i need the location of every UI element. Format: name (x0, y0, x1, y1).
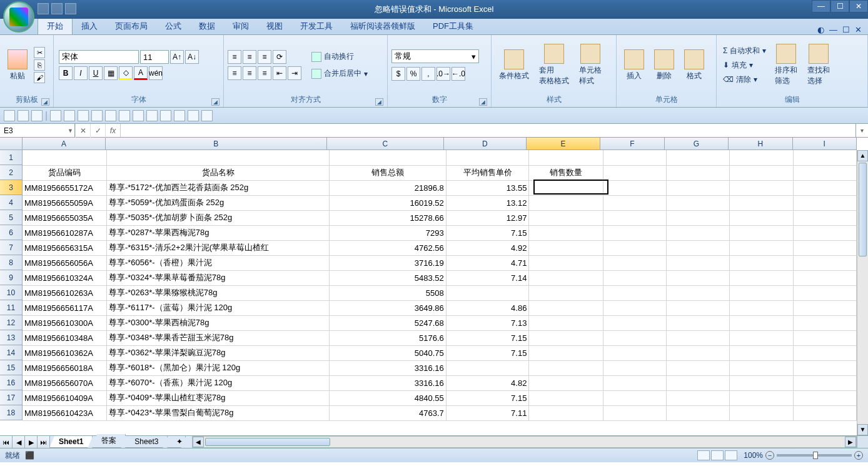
ribbon-close-icon[interactable]: ✕ (855, 25, 862, 34)
scroll-down-icon[interactable]: ▼ (857, 424, 868, 435)
cell-H8[interactable] (730, 255, 793, 270)
tb-btn8[interactable] (146, 110, 158, 121)
cell-G1[interactable] (667, 150, 730, 165)
cell-E18[interactable] (529, 405, 603, 420)
cell-C10[interactable]: 5508 (330, 285, 446, 300)
cell-E1[interactable] (529, 150, 603, 165)
cell-A3[interactable]: MM81956655172A (23, 180, 106, 195)
cell-F7[interactable] (603, 240, 666, 255)
cell-E16[interactable] (529, 375, 603, 390)
cell-E17[interactable] (529, 390, 603, 405)
ribbon-tab-6[interactable]: 视图 (258, 18, 291, 34)
ribbon-tab-9[interactable]: PDF工具集 (424, 18, 482, 34)
zoom-slider-handle[interactable] (813, 452, 818, 459)
vertical-scrollbar[interactable]: ▲ ▼ (857, 150, 868, 435)
cut-button[interactable]: ✂ (34, 47, 45, 58)
align-left-button[interactable]: ≡ (228, 66, 241, 80)
cell-A5[interactable]: MM81956655035A (23, 210, 106, 225)
cell-D3[interactable]: 13.55 (446, 180, 529, 195)
cell-A2[interactable]: 货品编码 (23, 165, 106, 180)
cell-B5[interactable]: 尊享-*5035*-优加胡萝卜面条 252g (106, 210, 329, 225)
cell-C13[interactable]: 5176.6 (330, 330, 446, 345)
col-header-A[interactable]: A (23, 138, 106, 150)
col-header-B[interactable]: B (106, 138, 327, 150)
col-header-E[interactable]: E (527, 138, 600, 150)
fx-button[interactable]: fx (105, 124, 120, 138)
row-header-17[interactable]: 17 (0, 390, 23, 405)
cell-I15[interactable] (793, 360, 856, 375)
cell-F18[interactable] (603, 405, 666, 420)
cell-H2[interactable] (730, 165, 793, 180)
cell-D15[interactable] (446, 360, 529, 375)
font-color-button[interactable]: A (134, 66, 148, 80)
cell-D9[interactable]: 7.14 (446, 270, 529, 285)
cell-G2[interactable] (667, 165, 730, 180)
copy-button[interactable]: ⎘ (34, 59, 45, 71)
cell-H15[interactable] (730, 360, 793, 375)
qat-redo-icon[interactable] (65, 3, 76, 14)
tb-btn6[interactable] (119, 110, 130, 121)
new-sheet-button[interactable]: ✦ (167, 436, 186, 448)
cell-H3[interactable] (730, 180, 793, 195)
cell-I8[interactable] (793, 255, 856, 270)
cell-H13[interactable] (730, 330, 793, 345)
cell-G18[interactable] (667, 405, 730, 420)
cell-E7[interactable] (529, 240, 603, 255)
format-cells-button[interactable]: 格式 (680, 48, 708, 83)
cell-G7[interactable] (667, 240, 730, 255)
cell-F4[interactable] (603, 195, 666, 210)
ribbon-tab-2[interactable]: 页面布局 (106, 18, 156, 34)
cell-C17[interactable]: 4840.55 (330, 390, 446, 405)
scroll-right-icon[interactable]: ▶ (845, 437, 856, 447)
col-header-D[interactable]: D (444, 138, 527, 150)
cell-G16[interactable] (667, 375, 730, 390)
cell-A7[interactable]: MM81956656315A (23, 240, 106, 255)
increase-decimal-button[interactable]: .0→ (437, 67, 450, 81)
delete-cells-button[interactable]: 删除 (650, 48, 678, 83)
cell-A6[interactable]: MM81956610287A (23, 225, 106, 240)
cell-E3[interactable] (529, 180, 603, 195)
cell-E6[interactable] (529, 225, 603, 240)
align-bottom-button[interactable]: ≡ (258, 50, 271, 64)
row-header-5[interactable]: 5 (0, 210, 23, 225)
qat-save-icon[interactable] (38, 3, 49, 14)
cell-A4[interactable]: MM81956655059A (23, 195, 106, 210)
cell-F8[interactable] (603, 255, 666, 270)
ribbon-tab-8[interactable]: 福昕阅读器领鲜版 (341, 18, 424, 34)
cell-I4[interactable] (793, 195, 856, 210)
scroll-left-icon[interactable]: ◀ (193, 437, 204, 447)
cell-E12[interactable] (529, 315, 603, 330)
cell-G10[interactable] (667, 285, 730, 300)
clear-button[interactable]: ⌫ 清除 ▾ (720, 73, 769, 86)
cell-C5[interactable]: 15278.66 (330, 210, 446, 225)
cell-F6[interactable] (603, 225, 666, 240)
find-select-button[interactable]: 查找和 选择 (804, 43, 834, 88)
cell-H6[interactable] (730, 225, 793, 240)
cell-style-button[interactable]: 单元格 样式 (575, 43, 605, 88)
cell-C14[interactable]: 5040.75 (330, 345, 446, 360)
cell-H7[interactable] (730, 240, 793, 255)
cell-E11[interactable] (529, 300, 603, 315)
cell-I18[interactable] (793, 405, 856, 420)
cell-D13[interactable]: 7.15 (446, 330, 529, 345)
font-size-select[interactable]: 11 (140, 50, 169, 64)
cell-G15[interactable] (667, 360, 730, 375)
cell-E15[interactable] (529, 360, 603, 375)
row-header-15[interactable]: 15 (0, 360, 23, 375)
cell-G9[interactable] (667, 270, 730, 285)
cell-B13[interactable]: 尊享-*0348*-苹果香芒甜玉米泥78g (106, 330, 329, 345)
row-header-2[interactable]: 2 (0, 165, 23, 180)
cell-A11[interactable]: MM81956656117A (23, 300, 106, 315)
cell-H17[interactable] (730, 390, 793, 405)
cell-H9[interactable] (730, 270, 793, 285)
cell-F9[interactable] (603, 270, 666, 285)
cell-D16[interactable]: 4.82 (446, 375, 529, 390)
cell-I13[interactable] (793, 330, 856, 345)
fill-color-button[interactable]: ◇ (119, 66, 133, 80)
horizontal-scrollbar[interactable]: ◀ ▶ (192, 436, 857, 448)
row-header-13[interactable]: 13 (0, 330, 23, 345)
macro-record-icon[interactable]: ⬛ (25, 451, 34, 460)
row-header-18[interactable]: 18 (0, 405, 23, 420)
cell-G13[interactable] (667, 330, 730, 345)
cell-H4[interactable] (730, 195, 793, 210)
